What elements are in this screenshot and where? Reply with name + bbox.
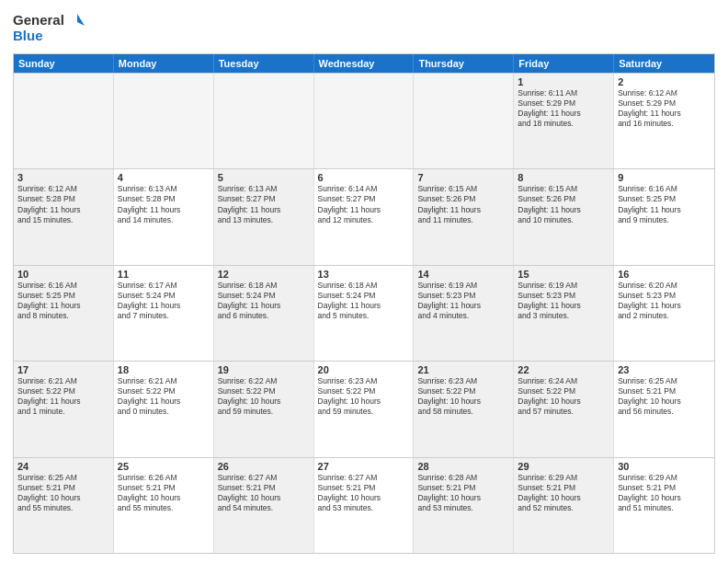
header: General Blue [13,9,715,46]
day-cell-3: 3Sunrise: 6:12 AM Sunset: 5:28 PM Daylig… [14,169,114,264]
svg-text:General: General [13,12,64,28]
day-number: 17 [17,364,109,375]
header-cell-monday: Monday [114,54,214,73]
logo-icon: General Blue [13,9,86,46]
header-cell-thursday: Thursday [414,54,514,73]
day-detail: Sunrise: 6:16 AM Sunset: 5:25 PM Dayligh… [17,281,109,321]
day-number: 12 [218,269,310,280]
day-detail: Sunrise: 6:29 AM Sunset: 5:21 PM Dayligh… [618,473,711,513]
day-cell-30: 30Sunrise: 6:29 AM Sunset: 5:21 PM Dayli… [614,458,714,553]
empty-cell [114,74,214,168]
empty-cell [414,74,514,168]
day-cell-19: 19Sunrise: 6:22 AM Sunset: 5:22 PM Dayli… [214,362,314,456]
cal-row-4: 24Sunrise: 6:25 AM Sunset: 5:21 PM Dayli… [14,457,714,553]
day-detail: Sunrise: 6:12 AM Sunset: 5:28 PM Dayligh… [17,184,109,224]
day-cell-29: 29Sunrise: 6:29 AM Sunset: 5:21 PM Dayli… [514,458,614,553]
day-cell-9: 9Sunrise: 6:16 AM Sunset: 5:25 PM Daylig… [614,169,714,264]
day-cell-10: 10Sunrise: 6:16 AM Sunset: 5:25 PM Dayli… [14,266,114,361]
day-number: 2 [618,76,711,87]
day-detail: Sunrise: 6:13 AM Sunset: 5:27 PM Dayligh… [218,184,310,224]
day-detail: Sunrise: 6:16 AM Sunset: 5:25 PM Dayligh… [618,184,711,224]
day-cell-1: 1Sunrise: 6:11 AM Sunset: 5:29 PM Daylig… [514,74,614,168]
day-detail: Sunrise: 6:18 AM Sunset: 5:24 PM Dayligh… [218,281,310,321]
day-number: 7 [417,172,509,183]
logo: General Blue [13,9,86,46]
calendar-body: 1Sunrise: 6:11 AM Sunset: 5:29 PM Daylig… [14,73,714,553]
day-cell-7: 7Sunrise: 6:15 AM Sunset: 5:26 PM Daylig… [414,169,514,264]
cal-row-2: 10Sunrise: 6:16 AM Sunset: 5:25 PM Dayli… [14,265,714,361]
calendar-header: SundayMondayTuesdayWednesdayThursdayFrid… [14,54,714,73]
day-number: 19 [218,364,310,375]
day-detail: Sunrise: 6:12 AM Sunset: 5:29 PM Dayligh… [618,88,711,129]
cal-row-3: 17Sunrise: 6:21 AM Sunset: 5:22 PM Dayli… [14,361,714,456]
page: General Blue SundayMondayTuesdayWednesda… [0,0,728,563]
day-cell-15: 15Sunrise: 6:19 AM Sunset: 5:23 PM Dayli… [514,266,614,361]
day-number: 27 [318,461,410,472]
day-cell-13: 13Sunrise: 6:18 AM Sunset: 5:24 PM Dayli… [314,266,415,361]
day-detail: Sunrise: 6:27 AM Sunset: 5:21 PM Dayligh… [218,473,310,513]
day-cell-16: 16Sunrise: 6:20 AM Sunset: 5:23 PM Dayli… [614,266,714,361]
day-cell-20: 20Sunrise: 6:23 AM Sunset: 5:22 PM Dayli… [314,362,415,456]
day-detail: Sunrise: 6:29 AM Sunset: 5:21 PM Dayligh… [518,473,609,513]
day-number: 25 [118,461,210,472]
day-detail: Sunrise: 6:19 AM Sunset: 5:23 PM Dayligh… [417,281,509,321]
day-number: 21 [417,364,509,375]
day-number: 1 [518,76,609,87]
day-number: 5 [218,172,310,183]
day-detail: Sunrise: 6:18 AM Sunset: 5:24 PM Dayligh… [318,281,410,321]
header-cell-friday: Friday [514,54,614,73]
day-number: 4 [118,172,210,183]
day-detail: Sunrise: 6:15 AM Sunset: 5:26 PM Dayligh… [417,184,509,224]
day-cell-12: 12Sunrise: 6:18 AM Sunset: 5:24 PM Dayli… [214,266,314,361]
empty-cell [14,74,114,168]
day-cell-4: 4Sunrise: 6:13 AM Sunset: 5:28 PM Daylig… [114,169,214,264]
day-number: 26 [218,461,310,472]
day-detail: Sunrise: 6:14 AM Sunset: 5:27 PM Dayligh… [318,184,410,224]
day-cell-25: 25Sunrise: 6:26 AM Sunset: 5:21 PM Dayli… [114,458,214,553]
day-detail: Sunrise: 6:22 AM Sunset: 5:22 PM Dayligh… [218,376,310,417]
cal-row-1: 3Sunrise: 6:12 AM Sunset: 5:28 PM Daylig… [14,168,714,264]
day-detail: Sunrise: 6:19 AM Sunset: 5:23 PM Dayligh… [518,281,609,321]
header-cell-sunday: Sunday [14,54,114,73]
day-cell-21: 21Sunrise: 6:23 AM Sunset: 5:22 PM Dayli… [414,362,514,456]
svg-text:Blue: Blue [13,28,43,43]
day-detail: Sunrise: 6:11 AM Sunset: 5:29 PM Dayligh… [518,88,609,129]
day-cell-5: 5Sunrise: 6:13 AM Sunset: 5:27 PM Daylig… [214,169,314,264]
day-cell-27: 27Sunrise: 6:27 AM Sunset: 5:21 PM Dayli… [314,458,415,553]
day-number: 10 [17,269,109,280]
svg-marker-2 [77,14,85,26]
day-cell-22: 22Sunrise: 6:24 AM Sunset: 5:22 PM Dayli… [514,362,614,456]
day-number: 30 [618,461,711,472]
day-cell-26: 26Sunrise: 6:27 AM Sunset: 5:21 PM Dayli… [214,458,314,553]
day-number: 9 [618,172,711,183]
day-number: 8 [518,172,609,183]
day-detail: Sunrise: 6:20 AM Sunset: 5:23 PM Dayligh… [618,281,711,321]
day-number: 11 [118,269,210,280]
day-number: 28 [417,461,509,472]
day-detail: Sunrise: 6:13 AM Sunset: 5:28 PM Dayligh… [118,184,210,224]
day-number: 22 [518,364,609,375]
day-number: 16 [618,269,711,280]
day-cell-24: 24Sunrise: 6:25 AM Sunset: 5:21 PM Dayli… [14,458,114,553]
day-cell-17: 17Sunrise: 6:21 AM Sunset: 5:22 PM Dayli… [14,362,114,456]
day-cell-2: 2Sunrise: 6:12 AM Sunset: 5:29 PM Daylig… [614,74,714,168]
day-detail: Sunrise: 6:23 AM Sunset: 5:22 PM Dayligh… [417,376,509,417]
day-cell-28: 28Sunrise: 6:28 AM Sunset: 5:21 PM Dayli… [414,458,514,553]
empty-cell [214,74,314,168]
day-detail: Sunrise: 6:15 AM Sunset: 5:26 PM Dayligh… [518,184,609,224]
day-detail: Sunrise: 6:24 AM Sunset: 5:22 PM Dayligh… [518,376,609,417]
calendar: SundayMondayTuesdayWednesdayThursdayFrid… [13,53,715,554]
day-cell-14: 14Sunrise: 6:19 AM Sunset: 5:23 PM Dayli… [414,266,514,361]
day-number: 3 [17,172,109,183]
day-detail: Sunrise: 6:27 AM Sunset: 5:21 PM Dayligh… [318,473,410,513]
day-number: 24 [17,461,109,472]
cal-row-0: 1Sunrise: 6:11 AM Sunset: 5:29 PM Daylig… [14,73,714,168]
empty-cell [314,74,415,168]
day-cell-23: 23Sunrise: 6:25 AM Sunset: 5:21 PM Dayli… [614,362,714,456]
day-detail: Sunrise: 6:17 AM Sunset: 5:24 PM Dayligh… [118,281,210,321]
day-detail: Sunrise: 6:23 AM Sunset: 5:22 PM Dayligh… [318,376,410,417]
day-number: 23 [618,364,711,375]
day-cell-18: 18Sunrise: 6:21 AM Sunset: 5:22 PM Dayli… [114,362,214,456]
day-number: 29 [518,461,609,472]
day-detail: Sunrise: 6:28 AM Sunset: 5:21 PM Dayligh… [417,473,509,513]
